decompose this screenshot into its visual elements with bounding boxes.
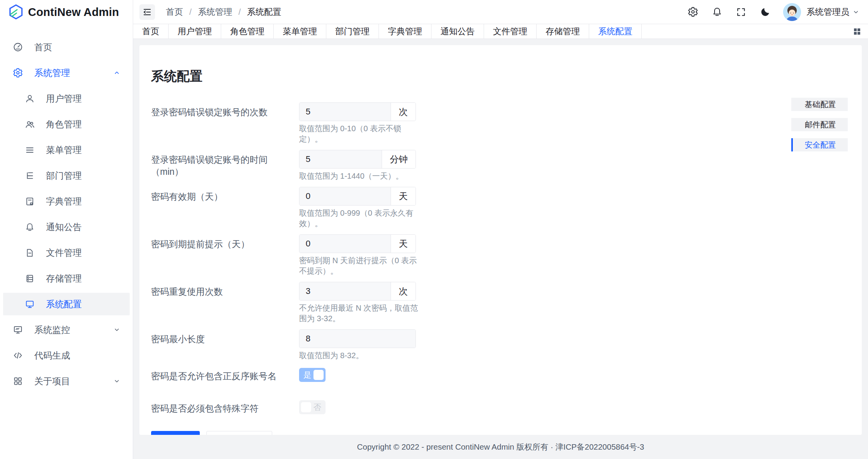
settings-button[interactable] bbox=[684, 4, 701, 21]
content-area: 系统配置 登录密码错误锁定账号的次数 次 取值范围为 0-10（0 表示不锁定）… bbox=[133, 39, 868, 459]
avatar[interactable] bbox=[783, 3, 801, 21]
page-tabbar: 首页 用户管理 角色管理 菜单管理 部门管理 字典管理 通知公告 文件管理 存储… bbox=[133, 24, 868, 39]
page-title: 系统配置 bbox=[151, 68, 848, 85]
lock-duration-input-group: 分钟 bbox=[299, 150, 416, 169]
logo-hexagon-icon bbox=[8, 4, 24, 20]
file-icon bbox=[25, 248, 35, 258]
sidebar-item-system-config[interactable]: 系统配置 bbox=[3, 293, 130, 315]
dark-mode-button[interactable] bbox=[757, 4, 774, 21]
tab-notice[interactable]: 通知公告 bbox=[431, 24, 484, 39]
sidebar-item-role-management[interactable]: 角色管理 bbox=[3, 113, 130, 135]
breadcrumb-separator: / bbox=[238, 7, 241, 17]
form-row-allow-account-name: 密码是否允许包含正反序账号名 是 bbox=[151, 366, 848, 382]
anchor-basic-config[interactable]: 基础配置 bbox=[791, 98, 848, 111]
system-config-card: 系统配置 登录密码错误锁定账号的次数 次 取值范围为 0-10（0 表示不锁定）… bbox=[139, 45, 862, 435]
password-expiration-input[interactable] bbox=[299, 187, 391, 205]
sidebar-item-menu-management[interactable]: 菜单管理 bbox=[3, 139, 130, 161]
tab-storage-management[interactable]: 存储管理 bbox=[537, 24, 589, 39]
sidebar-item-storage-management[interactable]: 存储管理 bbox=[3, 267, 130, 290]
unit-suffix: 天 bbox=[391, 187, 416, 205]
tab-department-management[interactable]: 部门管理 bbox=[326, 24, 379, 39]
lock-count-input[interactable] bbox=[299, 103, 391, 121]
form-row-require-special-char: 密码是否必须包含特殊字符 否 bbox=[151, 399, 848, 415]
tab-list-button[interactable] bbox=[846, 24, 868, 39]
sidebar-item-user-management[interactable]: 用户管理 bbox=[3, 87, 130, 110]
switch-knob bbox=[313, 370, 324, 380]
section-anchor-nav: 基础配置 邮件配置 安全配置 bbox=[791, 98, 848, 158]
monitor-pulse-icon bbox=[13, 325, 23, 335]
bell-icon bbox=[25, 222, 35, 232]
min-length-input[interactable] bbox=[299, 330, 416, 348]
breadcrumb-home[interactable]: 首页 bbox=[166, 6, 183, 18]
sidebar-nav: 首页 系统管理 bbox=[0, 24, 133, 459]
chevron-down-icon[interactable] bbox=[852, 9, 859, 16]
chevron-down-icon bbox=[113, 378, 120, 385]
tab-role-management[interactable]: 角色管理 bbox=[221, 24, 274, 39]
tab-system-config[interactable]: 系统配置 bbox=[589, 24, 642, 39]
sidebar: ContiNew Admin 首页 系统管理 bbox=[0, 0, 133, 459]
sidebar-item-system-monitor[interactable]: 系统监控 bbox=[3, 318, 130, 341]
sidebar-item-notice[interactable]: 通知公告 bbox=[3, 216, 130, 238]
field-hint: 不允许使用最近 N 次密码，取值范围为 3-32。 bbox=[299, 303, 424, 324]
switch-on-label: 是 bbox=[303, 370, 311, 380]
anchor-security-config[interactable]: 安全配置 bbox=[791, 138, 848, 151]
require-special-char-switch[interactable]: 否 bbox=[299, 400, 326, 414]
grid-squares-icon bbox=[853, 28, 861, 35]
tab-home[interactable]: 首页 bbox=[133, 24, 169, 39]
expiration-warning-input[interactable] bbox=[299, 235, 391, 253]
storage-icon bbox=[25, 273, 35, 283]
unit-suffix: 次 bbox=[391, 282, 416, 300]
sidebar-item-department-management[interactable]: 部门管理 bbox=[3, 164, 130, 187]
form-row-password-expiration: 密码有效期（天） 天 取值范围为 0-999（0 表示永久有效）。 bbox=[151, 187, 848, 229]
allow-account-name-switch[interactable]: 是 bbox=[299, 368, 326, 382]
form-row-min-length: 密码最小长度 取值范围为 8-32。 bbox=[151, 329, 848, 361]
sidebar-item-file-management[interactable]: 文件管理 bbox=[3, 241, 130, 264]
dark-mode-moon-icon bbox=[760, 7, 771, 17]
breadcrumb-separator: / bbox=[189, 7, 192, 17]
user-name[interactable]: 系统管理员 bbox=[806, 6, 849, 18]
breadcrumb-current: 系统配置 bbox=[247, 6, 281, 18]
field-label: 密码是否允许包含正反序账号名 bbox=[151, 366, 299, 382]
dashboard-icon bbox=[13, 42, 23, 52]
field-label: 密码重复使用次数 bbox=[151, 282, 299, 298]
field-hint: 密码到期 N 天前进行提示（0 表示不提示）。 bbox=[299, 255, 424, 276]
field-label: 密码有效期（天） bbox=[151, 187, 299, 203]
field-hint: 取值范围为 0-999（0 表示永久有效）。 bbox=[299, 208, 424, 229]
tab-dictionary-management[interactable]: 字典管理 bbox=[379, 24, 431, 39]
fullscreen-icon bbox=[736, 7, 746, 17]
user-icon bbox=[25, 93, 35, 104]
app-root: ContiNew Admin 首页 系统管理 bbox=[0, 0, 868, 459]
sidebar-item-home[interactable]: 首页 bbox=[3, 36, 130, 58]
notifications-button[interactable] bbox=[708, 4, 725, 21]
form-actions: 修改 恢复默认 bbox=[151, 431, 848, 435]
tab-user-management[interactable]: 用户管理 bbox=[169, 24, 221, 39]
breadcrumb: 首页 / 系统管理 / 系统配置 bbox=[166, 6, 281, 18]
breadcrumb-system-management[interactable]: 系统管理 bbox=[198, 6, 232, 18]
lock-duration-input[interactable] bbox=[299, 150, 382, 168]
field-label: 登录密码错误锁定账号的次数 bbox=[151, 102, 299, 118]
tab-menu-management[interactable]: 菜单管理 bbox=[274, 24, 326, 39]
restore-default-button[interactable]: 恢复默认 bbox=[206, 431, 272, 435]
anchor-mail-config[interactable]: 邮件配置 bbox=[791, 118, 848, 131]
password-reuse-input[interactable] bbox=[299, 282, 391, 300]
copyright-footer: Copyright © 2022 - present ContiNew Admi… bbox=[133, 435, 868, 459]
sidebar-item-about-project[interactable]: 关于项目 bbox=[3, 370, 130, 392]
min-length-input-group bbox=[299, 329, 416, 348]
topbar: 首页 / 系统管理 / 系统配置 bbox=[133, 0, 868, 24]
expiration-warning-input-group: 天 bbox=[299, 234, 416, 253]
fullscreen-button[interactable] bbox=[732, 4, 750, 21]
field-label: 登录密码错误锁定账号的时间（min） bbox=[151, 150, 299, 178]
field-label: 密码是否必须包含特殊字符 bbox=[151, 399, 299, 415]
logo[interactable]: ContiNew Admin bbox=[0, 0, 133, 24]
tab-file-management[interactable]: 文件管理 bbox=[484, 24, 537, 39]
sidebar-item-dictionary-management[interactable]: 字典管理 bbox=[3, 190, 130, 213]
chevron-down-icon bbox=[113, 326, 120, 333]
sidebar-item-code-generation[interactable]: 代码生成 bbox=[3, 344, 130, 367]
save-button[interactable]: 修改 bbox=[151, 431, 200, 435]
form-row-lock-count: 登录密码错误锁定账号的次数 次 取值范围为 0-10（0 表示不锁定）。 bbox=[151, 102, 848, 144]
copyright-text: Copyright © 2022 - present ContiNew Admi… bbox=[357, 441, 644, 452]
lock-count-input-group: 次 bbox=[299, 102, 416, 121]
sidebar-item-system-management[interactable]: 系统管理 bbox=[3, 62, 130, 84]
field-label: 密码最小长度 bbox=[151, 329, 299, 345]
sidebar-collapse-button[interactable] bbox=[139, 4, 155, 20]
